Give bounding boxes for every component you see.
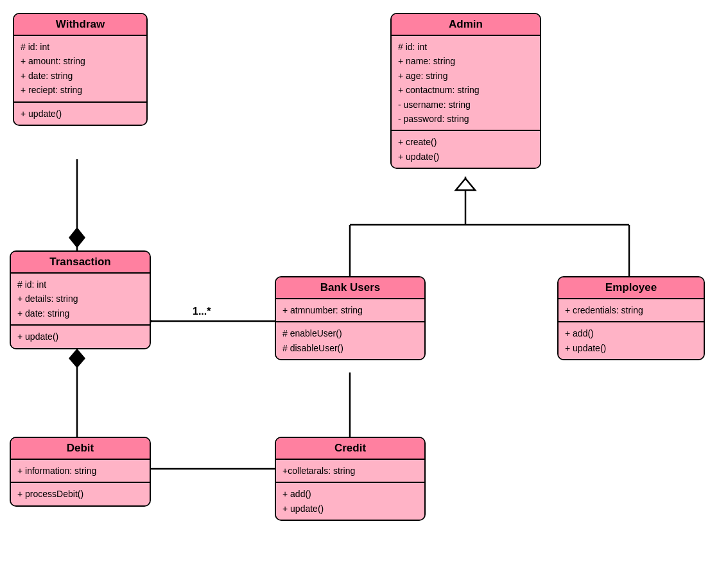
admin-attributes: # id: int + name: string + age: string +… xyxy=(392,36,540,131)
attr-item: + age: string xyxy=(398,69,533,83)
debit-attributes: + information: string xyxy=(11,460,150,483)
credit-attributes: +colletarals: string xyxy=(276,460,424,483)
attr-item: + contactnum: string xyxy=(398,83,533,97)
attr-item: + amount: string xyxy=(21,54,140,68)
credit-class: Credit +colletarals: string + add() + up… xyxy=(275,437,426,521)
transaction-title: Transaction xyxy=(11,252,150,274)
debit-methods: + processDebit() xyxy=(11,483,150,505)
debit-class: Debit + information: string + processDeb… xyxy=(10,437,151,507)
attr-item: - username: string xyxy=(398,98,533,112)
bankusers-methods: # enableUser() # disableUser() xyxy=(276,322,424,359)
attr-item: + atmnumber: string xyxy=(282,303,418,317)
method-item: + update() xyxy=(21,107,140,121)
admin-title: Admin xyxy=(392,14,540,36)
attr-item: + information: string xyxy=(17,464,143,478)
svg-text:1...*: 1...* xyxy=(193,306,211,317)
method-item: + add() xyxy=(282,487,418,501)
svg-marker-3 xyxy=(69,349,85,367)
withdraw-title: Withdraw xyxy=(14,14,146,36)
employee-methods: + add() + update() xyxy=(559,322,704,359)
attr-item: + reciept: string xyxy=(21,83,140,97)
attr-item: + credentials: string xyxy=(565,303,697,317)
attr-item: # id: int xyxy=(17,277,143,292)
method-item: + update() xyxy=(565,341,697,355)
credit-methods: + add() + update() xyxy=(276,483,424,520)
bankusers-title: Bank Users xyxy=(276,277,424,299)
diagram-container: 1...* Withdraw # id: int + amount: strin… xyxy=(0,0,728,578)
method-item: + update() xyxy=(398,150,533,164)
employee-class: Employee + credentials: string + add() +… xyxy=(557,276,705,360)
bankusers-attributes: + atmnumber: string xyxy=(276,299,424,322)
attr-item: + details: string xyxy=(17,292,143,306)
transaction-attributes: # id: int + details: string + date: stri… xyxy=(11,274,150,326)
attr-item: # id: int xyxy=(21,40,140,54)
admin-methods: + create() + update() xyxy=(392,131,540,168)
attr-item: + name: string xyxy=(398,54,533,68)
withdraw-attributes: # id: int + amount: string + date: strin… xyxy=(14,36,146,103)
attr-item: +colletarals: string xyxy=(282,464,418,478)
method-item: + add() xyxy=(565,326,697,340)
method-item: + create() xyxy=(398,135,533,149)
method-item: # enableUser() xyxy=(282,326,418,340)
svg-marker-11 xyxy=(456,179,475,190)
attr-item: - password: string xyxy=(398,112,533,126)
admin-class: Admin # id: int + name: string + age: st… xyxy=(390,13,541,169)
svg-marker-1 xyxy=(69,228,85,247)
transaction-class: Transaction # id: int + details: string … xyxy=(10,250,151,349)
debit-title: Debit xyxy=(11,438,150,460)
employee-attributes: + credentials: string xyxy=(559,299,704,322)
attr-item: + date: string xyxy=(21,69,140,83)
method-item: + processDebit() xyxy=(17,487,143,501)
method-item: # disableUser() xyxy=(282,341,418,355)
withdraw-class: Withdraw # id: int + amount: string + da… xyxy=(13,13,148,126)
employee-title: Employee xyxy=(559,277,704,299)
withdraw-methods: + update() xyxy=(14,103,146,125)
transaction-methods: + update() xyxy=(11,326,150,347)
credit-title: Credit xyxy=(276,438,424,460)
attr-item: + date: string xyxy=(17,306,143,320)
method-item: + update() xyxy=(282,502,418,516)
attr-item: # id: int xyxy=(398,40,533,54)
bankusers-class: Bank Users + atmnumber: string # enableU… xyxy=(275,276,426,360)
method-item: + update() xyxy=(17,329,143,344)
